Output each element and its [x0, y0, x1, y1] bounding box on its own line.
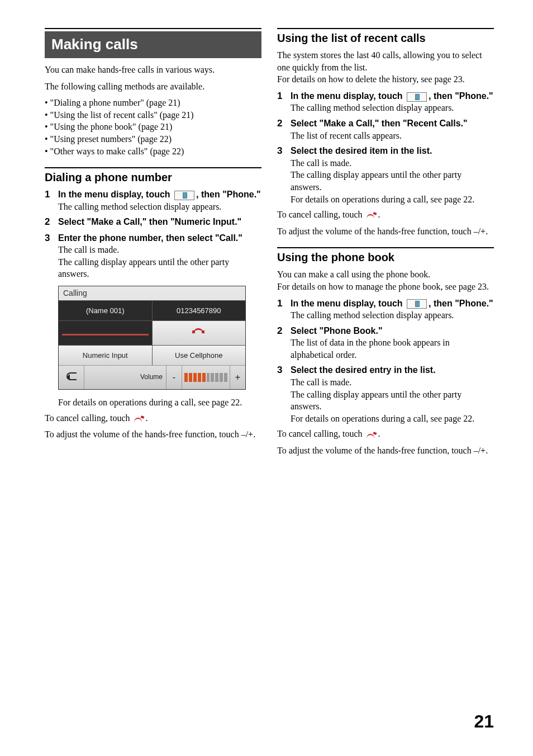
bullet-item: "Using the list of recent calls" (page 2…: [45, 109, 261, 121]
bullet-item: "Using preset numbers" (page 22): [45, 133, 261, 145]
step-number: 3: [277, 145, 286, 205]
step-number: 1: [45, 188, 54, 212]
step-instruction: Enter the phone number, then select "Cal…: [58, 232, 261, 244]
step-result: The call is made.: [291, 157, 494, 169]
volume-label: Volume: [84, 366, 166, 389]
caller-name: (Name 001): [59, 301, 153, 321]
step-number: 2: [45, 216, 54, 228]
step-number: 2: [277, 117, 286, 141]
step-instruction: In the menu display, touch: [291, 91, 405, 101]
menu-icon: [407, 92, 427, 102]
note-text: To adjust the volume of the hands-free f…: [45, 428, 261, 441]
note-text: To adjust the volume of the hands-free f…: [277, 225, 494, 238]
hangup-icon: [367, 432, 377, 438]
volume-up-button[interactable]: +: [230, 366, 245, 389]
step-instruction: Select the desired entry in the list.: [291, 364, 494, 376]
hangup-icon: [193, 326, 205, 334]
bullet-item: "Other ways to make calls" (page 22): [45, 145, 261, 158]
back-icon: [66, 372, 77, 380]
subsection-title: Using the list of recent calls: [277, 31, 494, 46]
subsection-title: Dialing a phone number: [45, 170, 261, 185]
intro-text: The following calling methods are availa…: [45, 81, 261, 93]
menu-icon: [407, 299, 427, 309]
volume-down-button[interactable]: -: [166, 366, 182, 389]
step-instruction: , then "Phone.": [196, 190, 261, 199]
step-instruction: Select "Phone Book.": [291, 325, 494, 337]
step-instruction: Select "Make a Call," then "Numeric Inpu…: [58, 216, 261, 228]
step-number: 1: [277, 297, 286, 322]
intro-text: You can make hands-free calls in various…: [45, 64, 261, 76]
step-result: For details on operations during a call,…: [291, 193, 494, 206]
bullet-item: "Using the phone book" (page 21): [45, 121, 261, 133]
step-instruction: Select the desired item in the list.: [291, 145, 494, 157]
step-result: The list of recent calls appears.: [291, 130, 494, 142]
phone-number: 01234567890: [153, 301, 246, 321]
note-text: To cancel calling, touch .: [45, 412, 261, 424]
step-result: The calling display appears until the ot…: [58, 256, 261, 280]
step-result: The calling method selection display app…: [58, 201, 261, 213]
step-result: For details on operations during a call,…: [291, 413, 494, 425]
calling-title: Calling: [59, 286, 245, 300]
intro-text: You can make a call using the phone book…: [277, 268, 494, 281]
step-result: The list of data in the phone book appea…: [291, 337, 494, 361]
hangup-icon: [134, 415, 144, 422]
subsection-title: Using the phone book: [277, 250, 494, 265]
intro-text: The system stores the last 40 calls, all…: [277, 49, 494, 73]
menu-icon: [174, 191, 194, 200]
step-instruction: Select "Make a Call," then "Recent Calls…: [291, 117, 494, 130]
use-cellphone-button[interactable]: Use Cellphone: [153, 346, 246, 366]
intro-text: For details on how to manage the phone b…: [277, 281, 494, 293]
note-text: For details on operations during a call,…: [45, 396, 261, 409]
step-number: 1: [277, 90, 286, 114]
note-text: To adjust the volume of the hands-free f…: [277, 445, 494, 457]
page-number: 21: [474, 710, 494, 734]
bullet-item: "Dialing a phone number" (page 21): [45, 97, 261, 109]
step-result: The calling method selection display app…: [291, 102, 494, 114]
step-number: 2: [277, 325, 286, 361]
numeric-input-button[interactable]: Numeric Input: [59, 346, 153, 366]
step-instruction: In the menu display, touch: [58, 190, 173, 199]
step-number: 3: [277, 364, 286, 424]
note-text: To cancel calling, touch .: [277, 428, 494, 440]
hangup-button[interactable]: [153, 321, 246, 345]
intro-text: For details on how to delete the history…: [277, 73, 494, 86]
step-result: The call is made.: [291, 376, 494, 389]
note-text: To cancel calling, touch .: [277, 209, 494, 221]
calling-display: Calling (Name 001) 01234567890 Numeric I…: [58, 286, 246, 390]
back-button[interactable]: [59, 366, 84, 389]
section-heading: Making calls: [45, 31, 261, 58]
step-instruction: In the menu display, touch: [291, 299, 405, 308]
volume-meter: [182, 366, 230, 389]
step-result: The call is made.: [58, 244, 261, 256]
step-number: 3: [45, 232, 54, 280]
step-result: The calling display appears until the ot…: [291, 389, 494, 413]
step-instruction: , then "Phone.": [429, 299, 493, 308]
step-result: The calling method selection display app…: [291, 309, 494, 322]
hangup-icon: [367, 212, 377, 219]
step-instruction: , then "Phone.": [429, 91, 493, 101]
signal-meter: [59, 321, 153, 345]
step-result: The calling display appears until the ot…: [291, 169, 494, 193]
